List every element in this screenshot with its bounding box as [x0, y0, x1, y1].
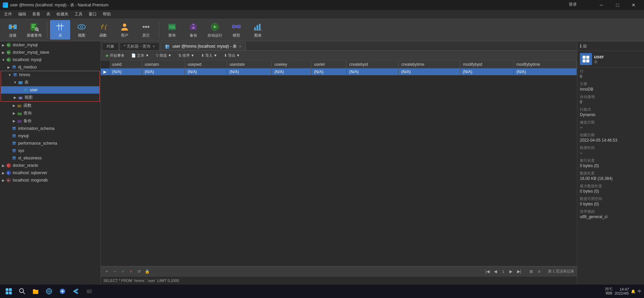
sidebar-item-xt-ebusiness[interactable]: ▶ xt_ebusiness — [0, 154, 100, 162]
confirm-btn[interactable]: ✓ — [120, 268, 126, 275]
menu-edit[interactable]: 编辑 — [15, 11, 29, 18]
col-createbytime[interactable]: createbytime — [399, 61, 460, 68]
sidebar-item-docker-mysql-slave[interactable]: ▶ M docker_mysql_slave — [0, 49, 100, 56]
begin-transaction-btn[interactable]: ▶ 开始事务 — [103, 52, 127, 59]
delete-row-btn[interactable]: − — [111, 268, 118, 275]
toolbar-connect[interactable]: 连接 — [3, 20, 23, 40]
col-usestate[interactable]: usestate — [227, 61, 272, 68]
toolbar-other[interactable]: 其它 — [136, 20, 156, 40]
svg-rect-52 — [24, 89, 28, 90]
toolbar-table[interactable]: 表 — [50, 20, 70, 40]
login-button[interactable]: 登录 — [569, 2, 577, 7]
sidebar-item-backup-folder[interactable]: ▶ 备份 — [0, 117, 100, 125]
first-page-btn[interactable]: |◀ — [484, 268, 491, 275]
clock-time: 14:47 — [619, 287, 629, 291]
cancel-edit-btn[interactable]: ✕ — [128, 268, 134, 275]
sidebar-item-docker-mysql[interactable]: ▶ M docker_mysql — [0, 41, 100, 49]
import-label: 导入 ▼ — [205, 53, 217, 58]
sidebar-item-func-folder[interactable]: ▶ f 函数 — [0, 102, 100, 109]
tab-object[interactable]: 对象 — [102, 42, 119, 50]
sidebar-item-dj-meiduo[interactable]: ▶ dj_meiduo — [0, 63, 100, 71]
arrow-icon: ▼ — [13, 81, 17, 85]
taskbar-browser2-btn[interactable] — [56, 285, 68, 297]
svg-text:M: M — [7, 44, 9, 46]
toolbar-model[interactable]: 模型 — [226, 20, 246, 40]
prev-page-btn[interactable]: ◀ — [492, 268, 499, 275]
list-view-btn[interactable]: ≡ — [536, 268, 543, 275]
arrow-icon: ▶ — [12, 104, 16, 108]
toolbar-function[interactable]: f() 函数 — [93, 20, 113, 40]
taskbar-terminal-btn[interactable]: >_ — [83, 285, 95, 297]
col-usekey[interactable]: usekey — [272, 61, 311, 68]
database-icon — [11, 155, 17, 161]
taskbar-search-btn[interactable] — [16, 285, 28, 297]
col-createbyid[interactable]: createbyid — [347, 61, 399, 68]
sidebar-item-query-folder[interactable]: ▶ SQL 查询 — [0, 109, 100, 117]
col-useid[interactable]: useid — [109, 61, 142, 68]
col-usenam[interactable]: usenam — [142, 61, 185, 68]
toolbar-user[interactable]: 用户 — [114, 20, 135, 40]
next-page-btn[interactable]: ▶ — [508, 268, 514, 275]
sort-btn[interactable]: ⇅ 排序 ▼ — [176, 52, 197, 59]
filter-btn[interactable]: ▽ 筛选 ▼ — [153, 52, 174, 59]
refresh-btn[interactable]: ↺ — [136, 268, 142, 275]
menu-help[interactable]: 帮助 — [100, 11, 113, 18]
close-button[interactable]: ✕ — [626, 0, 641, 10]
sidebar-item-performance-schema[interactable]: ▶ performance_schema — [0, 140, 100, 147]
tab-untitled-query[interactable]: * 无标题 - 查询 ✕ — [120, 42, 159, 50]
export-btn[interactable]: ⬆ 导出 ▼ — [221, 52, 243, 59]
taskbar-browser-btn[interactable] — [43, 285, 55, 297]
last-page-btn[interactable]: ▶| — [516, 268, 522, 275]
menu-table[interactable]: 表 — [44, 11, 53, 18]
sidebar-item-hmms[interactable]: ▼ hmms — [1, 71, 99, 79]
sidebar-item-table-folder[interactable]: ▼ 表 — [1, 79, 99, 86]
sidebar-item-localhost-mogondb[interactable]: ▶ M localhost: mogondb — [0, 177, 100, 184]
col-modifybyid[interactable]: modifybyid — [460, 61, 513, 68]
view-label: 视图 — [78, 33, 85, 38]
sidebar-item-mysql-db[interactable]: ▶ mysql — [0, 132, 100, 140]
tab-user-table[interactable]: user @hmms (localhost: mysql) - 表 ✕ — [160, 42, 246, 50]
sidebar-label-user: user — [30, 88, 38, 92]
text-btn[interactable]: 📄 文本 ▼ — [129, 52, 152, 59]
toolbar-backup[interactable]: 备份 — [183, 20, 203, 40]
sidebar-item-sys[interactable]: ▶ sys — [0, 147, 100, 154]
menu-tools[interactable]: 工具 — [72, 11, 85, 18]
taskbar-files-btn[interactable] — [30, 285, 42, 297]
menu-window[interactable]: 窗口 — [86, 11, 99, 18]
toolbar-autorun[interactable]: 自动运行 — [205, 20, 225, 40]
col-usepwd[interactable]: usepwd — [185, 61, 227, 68]
weather-info: 25°C 晴朗 — [605, 287, 612, 296]
tab-user-table-close[interactable]: ✕ — [239, 45, 241, 48]
sidebar-item-docker-oracle[interactable]: ▶ O docker_oracle — [0, 162, 100, 169]
svg-text:f(): f() — [100, 23, 108, 31]
add-row-btn[interactable]: + — [103, 268, 110, 275]
sidebar-item-user-table[interactable]: ▶ user — [1, 86, 99, 94]
sidebar-item-view-folder[interactable]: ▶ 视图 — [1, 94, 99, 101]
taskbar-vscode-btn[interactable] — [70, 285, 82, 297]
sidebar-item-localhost-sqlserver[interactable]: ▶ S localhost: sqlserver — [0, 169, 100, 177]
cell-usekey: (N/A) — [272, 68, 311, 76]
tab-untitled-query-close[interactable]: ✕ — [152, 45, 155, 48]
grid-view-btn[interactable]: ⊞ — [528, 268, 535, 275]
menu-favorites[interactable]: 收藏夹 — [54, 11, 71, 18]
maximize-button[interactable]: □ — [610, 0, 625, 10]
menu-view[interactable]: 查看 — [30, 11, 43, 18]
import-btn[interactable]: ⬇ 导入 ▼ — [198, 52, 220, 59]
sidebar-item-information-schema[interactable]: ▶ information_schema — [0, 125, 100, 132]
toolbar-chart[interactable]: 图表 — [248, 20, 268, 40]
sidebar-label-docker-oracle: docker_oracle — [13, 163, 38, 168]
col-modifybytime[interactable]: modifybytime — [514, 61, 577, 68]
menu-file[interactable]: 文件 — [1, 11, 15, 18]
minimize-button[interactable]: ─ — [594, 0, 609, 10]
windows-start-btn[interactable] — [3, 285, 15, 297]
svg-text:SQL: SQL — [18, 113, 22, 115]
taskbar-notification[interactable]: 🔔 — [631, 289, 636, 294]
sidebar-item-localhost-mysql[interactable]: ▼ M localhost: mysql — [0, 56, 100, 63]
table-row[interactable]: ▶ (N/A) (N/A) (N/A) (N/A) (N/A) (N/A) (N… — [101, 68, 577, 76]
toolbar-view[interactable]: 视图 — [72, 20, 92, 40]
col-usetel[interactable]: usetel — [311, 61, 347, 68]
toolbar-query2[interactable]: SQL 查询 — [162, 20, 182, 40]
sidebar-label-mysql-db: mysql — [18, 134, 29, 138]
svg-point-21 — [145, 26, 147, 28]
toolbar-new-query[interactable]: 新建查询 — [24, 20, 44, 40]
